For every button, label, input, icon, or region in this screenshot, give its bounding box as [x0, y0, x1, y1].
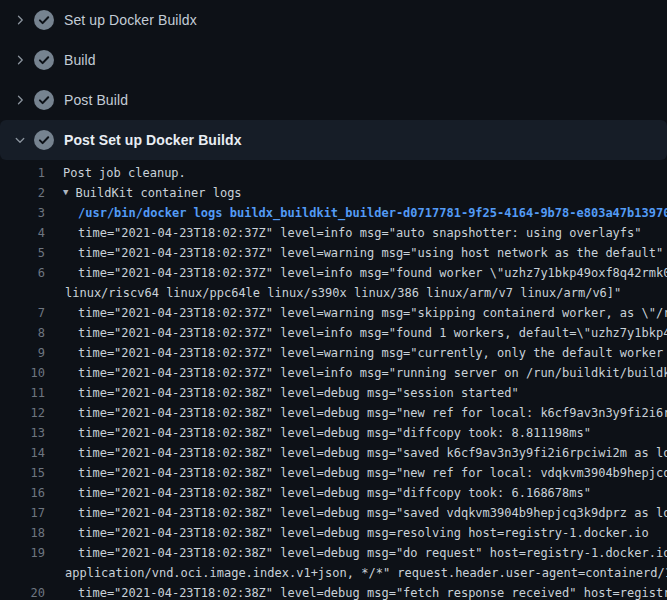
log-line: 8 time="2021-04-23T18:02:37Z" level=info… — [0, 323, 667, 343]
log-line: 12 time="2021-04-23T18:02:38Z" level=deb… — [0, 403, 667, 423]
check-circle-icon — [34, 10, 54, 30]
log-line-number[interactable]: 18 — [0, 523, 45, 543]
log-line-continuation: application/vnd.oci.image.index.v1+json,… — [0, 563, 667, 583]
log-line: 15 time="2021-04-23T18:02:38Z" level=deb… — [0, 463, 667, 483]
check-circle-icon — [34, 50, 54, 70]
log-line-text: time="2021-04-23T18:02:37Z" level=info m… — [78, 223, 642, 243]
log-line-text: time="2021-04-23T18:02:37Z" level=warnin… — [78, 343, 667, 363]
log-line-number[interactable]: 11 — [0, 383, 45, 403]
log-line-text: time="2021-04-23T18:02:37Z" level=warnin… — [78, 303, 667, 323]
log-line-text: time="2021-04-23T18:02:38Z" level=debug … — [78, 463, 667, 483]
chevron-right-icon — [12, 94, 28, 106]
step-list: Set up Docker Buildx Build — [0, 0, 667, 160]
step-label: Post Build — [64, 92, 128, 108]
log-line: 6 time="2021-04-23T18:02:37Z" level=info… — [0, 263, 667, 283]
step-row[interactable]: Post Set up Docker Buildx — [0, 120, 667, 160]
log-line-text: time="2021-04-23T18:02:38Z" level=debug … — [78, 443, 667, 463]
check-circle-icon — [34, 130, 54, 150]
log-line-number[interactable]: 6 — [0, 263, 45, 283]
log-line-number[interactable]: 1 — [0, 163, 45, 183]
log-line: 17 time="2021-04-23T18:02:38Z" level=deb… — [0, 503, 667, 523]
log-line-continuation: linux/riscv64 linux/ppc64le linux/s390x … — [0, 283, 667, 303]
log-line: 9 time="2021-04-23T18:02:37Z" level=warn… — [0, 343, 667, 363]
step-row[interactable]: Set up Docker Buildx — [0, 0, 667, 40]
chevron-right-icon — [12, 54, 28, 66]
log-line-text: time="2021-04-23T18:02:37Z" level=warnin… — [78, 243, 663, 263]
log-line-number[interactable]: 9 — [0, 343, 45, 363]
log-line-number[interactable]: 7 — [0, 303, 45, 323]
log-line-number[interactable]: 20 — [0, 583, 45, 600]
log-line: 19 time="2021-04-23T18:02:38Z" level=deb… — [0, 543, 667, 563]
log-line-number[interactable]: 16 — [0, 483, 45, 503]
log-command-text: /usr/bin/docker logs buildx_buildkit_bui… — [78, 203, 667, 223]
log-line-number[interactable]: 13 — [0, 423, 45, 443]
log-line-text: time="2021-04-23T18:02:37Z" level=info m… — [78, 363, 667, 383]
log-line: 14 time="2021-04-23T18:02:38Z" level=deb… — [0, 443, 667, 463]
log-line-number[interactable]: 15 — [0, 463, 45, 483]
chevron-down-icon — [12, 134, 28, 146]
log-line-text: time="2021-04-23T18:02:38Z" level=debug … — [78, 503, 667, 523]
log-line-number[interactable]: 10 — [0, 363, 45, 383]
log-line: 20 time="2021-04-23T18:02:38Z" level=deb… — [0, 583, 667, 600]
log-line-number[interactable]: 2 — [0, 183, 45, 203]
log-line-text: application/vnd.oci.image.index.v1+json,… — [65, 563, 667, 583]
log-line-number[interactable] — [0, 283, 45, 303]
log-line: 16 time="2021-04-23T18:02:38Z" level=deb… — [0, 483, 667, 503]
step-label: Post Set up Docker Buildx — [64, 132, 242, 148]
log-line: 2 ▼BuildKit container logs — [0, 183, 667, 203]
check-circle-icon — [34, 90, 54, 110]
log-line-number[interactable]: 5 — [0, 243, 45, 263]
step-row[interactable]: Post Build — [0, 80, 667, 120]
log-line-text: Post job cleanup. — [63, 163, 186, 183]
log-line-number[interactable]: 8 — [0, 323, 45, 343]
log-line-text: time="2021-04-23T18:02:38Z" level=debug … — [78, 543, 667, 563]
workflow-log-viewer: Set up Docker Buildx Build — [0, 0, 667, 600]
log-line-number[interactable]: 19 — [0, 543, 45, 563]
log-line-number[interactable]: 3 — [0, 203, 45, 223]
log-line-number[interactable]: 4 — [0, 223, 45, 243]
log-line: 5 time="2021-04-23T18:02:37Z" level=warn… — [0, 243, 667, 263]
log-line-text: time="2021-04-23T18:02:38Z" level=debug … — [78, 523, 649, 543]
log-line-text: time="2021-04-23T18:02:38Z" level=debug … — [78, 403, 667, 423]
log-line: 10 time="2021-04-23T18:02:37Z" level=inf… — [0, 363, 667, 383]
log-line: 13 time="2021-04-23T18:02:38Z" level=deb… — [0, 423, 667, 443]
log-line: 11 time="2021-04-23T18:02:38Z" level=deb… — [0, 383, 667, 403]
log-line: 1 Post job cleanup. — [0, 163, 667, 183]
step-label: Set up Docker Buildx — [64, 12, 197, 28]
step-row[interactable]: Build — [0, 40, 667, 80]
log-line-text: time="2021-04-23T18:02:37Z" level=info m… — [78, 323, 667, 343]
log-line: 4 time="2021-04-23T18:02:37Z" level=info… — [0, 223, 667, 243]
log-line-number[interactable]: 14 — [0, 443, 45, 463]
log-line: 18 time="2021-04-23T18:02:38Z" level=deb… — [0, 523, 667, 543]
log-line: 7 time="2021-04-23T18:02:37Z" level=warn… — [0, 303, 667, 323]
step-label: Build — [64, 52, 96, 68]
log-output: 1 Post job cleanup. 2 ▼BuildKit containe… — [0, 160, 667, 600]
log-group-title[interactable]: ▼BuildKit container logs — [63, 183, 242, 203]
log-line: 3 /usr/bin/docker logs buildx_buildkit_b… — [0, 203, 667, 223]
log-line-number[interactable] — [0, 563, 45, 583]
log-line-text: time="2021-04-23T18:02:38Z" level=debug … — [78, 423, 591, 443]
log-line-number[interactable]: 17 — [0, 503, 45, 523]
log-line-text: time="2021-04-23T18:02:38Z" level=debug … — [78, 583, 667, 600]
log-line-text: time="2021-04-23T18:02:38Z" level=debug … — [78, 383, 519, 403]
chevron-right-icon — [12, 14, 28, 26]
log-line-text: time="2021-04-23T18:02:38Z" level=debug … — [78, 483, 591, 503]
log-line-text: linux/riscv64 linux/ppc64le linux/s390x … — [65, 283, 621, 303]
log-line-number[interactable]: 12 — [0, 403, 45, 423]
group-collapse-icon[interactable]: ▼ — [63, 183, 68, 202]
log-line-text: time="2021-04-23T18:02:37Z" level=info m… — [78, 263, 667, 283]
